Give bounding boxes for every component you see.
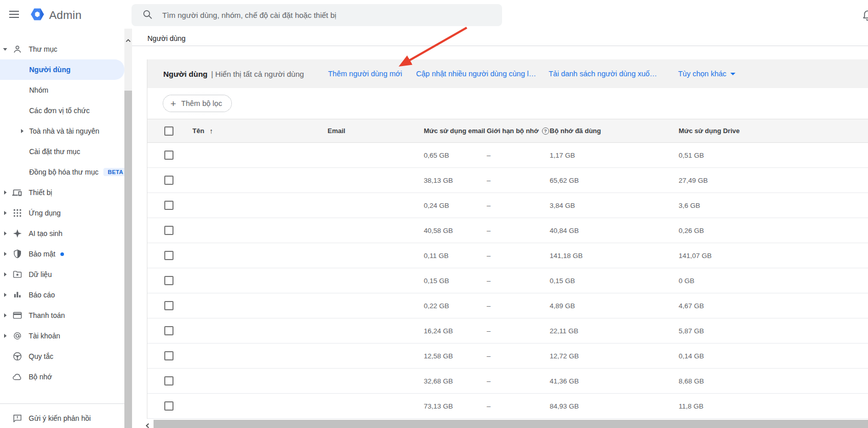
storage-limit-cell: – — [487, 344, 491, 368]
sidebar-item-label: Cài đặt thư mục — [29, 141, 80, 162]
sidebar-item-storage[interactable]: Bộ nhớ — [0, 367, 124, 387]
sidebar-item-reports[interactable]: Báo cáo — [0, 285, 124, 305]
column-label: Bộ nhớ đã dùng — [550, 127, 601, 135]
sidebar-item-directory[interactable]: Thư mục — [0, 39, 124, 59]
sidebar-item-label: Dữ liệu — [29, 264, 52, 285]
column-label: Tên — [192, 127, 204, 135]
scrollbar-left-arrow-icon[interactable] — [145, 421, 150, 428]
download-users-link[interactable]: Tải danh sách người dùng xuố… — [549, 59, 657, 88]
row-checkbox[interactable] — [164, 351, 173, 360]
row-checkbox[interactable] — [164, 176, 173, 185]
google-admin-logo[interactable]: Admin — [30, 7, 81, 24]
sidebar-item-billing[interactable]: Thanh toán — [0, 305, 124, 326]
email-usage-cell: 12,58 GB — [424, 344, 453, 368]
table-row: 73,13 GB–84,93 GB11,8 GB — [147, 394, 868, 419]
sidebar-item-label: Đồng bộ hóa thư mụcBETA — [29, 162, 124, 182]
horizontal-scrollbar[interactable] — [132, 420, 868, 428]
row-checkbox[interactable] — [164, 301, 173, 310]
table-header: Tên ↑ Email Mức sử dụng email Giới hạn b… — [147, 119, 868, 143]
sidebar-item-send-feedback[interactable]: Gửi ý kiến phản hồi — [0, 408, 124, 428]
sidebar-item-account[interactable]: Tài khoản — [0, 326, 124, 346]
email-usage-cell: 40,58 GB — [424, 218, 453, 243]
chevron-right-icon[interactable] — [4, 190, 7, 195]
table-row: 0,15 GB–0,15 GB0 GB — [147, 268, 868, 293]
bulk-update-users-link[interactable]: Cập nhật nhiều người dùng cùng l… — [416, 59, 536, 88]
chevron-right-icon[interactable] — [4, 334, 7, 338]
shield-icon — [12, 249, 23, 259]
chevron-right-icon[interactable] — [4, 231, 7, 236]
sidebar-item-buildings-resources[interactable]: Toà nhà và tài nguyên — [0, 121, 124, 141]
email-usage-cell: 0,24 GB — [424, 193, 449, 218]
person-icon — [12, 44, 23, 54]
storage-limit-cell: – — [487, 218, 491, 243]
help-icon[interactable]: ? — [542, 127, 549, 135]
sidebar-item-org-units[interactable]: Các đơn vị tổ chức — [0, 100, 124, 121]
row-checkbox[interactable] — [164, 326, 173, 335]
table-row: 0,24 GB–3,84 GB3,6 GB — [147, 193, 868, 218]
add-new-user-link[interactable]: Thêm người dùng mới — [328, 59, 402, 88]
add-filter-button[interactable]: + Thêm bộ lọc — [163, 95, 232, 112]
drive-usage-cell: 0,51 GB — [679, 143, 704, 167]
chevron-right-icon[interactable] — [4, 313, 7, 317]
storage-used-cell: 65,62 GB — [550, 168, 579, 192]
storage-used-cell: 0,15 GB — [550, 268, 575, 293]
storage-used-cell: 84,93 GB — [550, 394, 579, 418]
sidebar-item-label: Ứng dụng — [29, 203, 61, 223]
more-options-button[interactable]: Tùy chọn khác — [678, 59, 735, 88]
table-row: 0,11 GB–141,18 GB141,07 GB — [147, 243, 868, 268]
sidebar-item-security[interactable]: Bảo mật — [0, 244, 124, 264]
row-checkbox[interactable] — [164, 226, 173, 235]
sidebar-item-rules[interactable]: Quy tắc — [0, 346, 124, 367]
sidebar-item-directory-settings[interactable]: Cài đặt thư mục — [0, 141, 124, 162]
notifications-bell-icon[interactable] — [861, 9, 868, 25]
chevron-right-icon[interactable] — [4, 211, 7, 215]
hamburger-menu-icon[interactable] — [9, 10, 21, 18]
sidebar-item-devices[interactable]: Thiết bị — [0, 182, 124, 203]
column-label: Email — [328, 127, 345, 135]
row-checkbox[interactable] — [164, 201, 173, 210]
chevron-right-icon[interactable] — [4, 293, 7, 297]
admin-logo-icon — [30, 7, 45, 24]
storage-used-cell: 141,18 GB — [550, 243, 583, 268]
horizontal-scrollbar-thumb[interactable] — [154, 420, 868, 428]
add-filter-label: Thêm bộ lọc — [181, 99, 222, 108]
sidebar-scrollbar-thumb[interactable] — [124, 91, 132, 428]
storage-limit-cell: – — [487, 143, 491, 167]
storage-limit-cell: – — [487, 243, 491, 268]
storage-used-cell: 4,89 GB — [550, 293, 575, 318]
email-usage-cell: 32,68 GB — [424, 369, 453, 393]
chevron-down-icon[interactable] — [3, 48, 7, 51]
row-checkbox[interactable] — [164, 251, 173, 260]
chevron-right-icon[interactable] — [21, 129, 24, 133]
sidebar-item-users[interactable]: Người dùng — [0, 59, 124, 80]
sidebar-item-directory-sync[interactable]: Đồng bộ hóa thư mụcBETA — [0, 162, 124, 182]
chevron-right-icon[interactable] — [4, 272, 7, 276]
users-card: Người dùng | Hiển thị tất cả người dùng … — [147, 59, 868, 419]
row-checkbox[interactable] — [164, 151, 173, 160]
column-header-email-usage: Mức sử dụng email — [424, 119, 485, 142]
row-checkbox[interactable] — [164, 376, 173, 386]
search-bar[interactable] — [132, 4, 502, 26]
beta-badge: BETA — [103, 168, 124, 176]
column-label: Mức sử dụng Drive — [679, 127, 740, 135]
row-checkbox[interactable] — [164, 276, 173, 285]
sidebar-item-apps[interactable]: Ứng dụng — [0, 203, 124, 223]
sidebar-item-data[interactable]: Dữ liệu — [0, 264, 124, 285]
sidebar-scrollbar[interactable] — [124, 29, 132, 428]
chevron-right-icon[interactable] — [4, 252, 7, 256]
sidebar-item-groups[interactable]: Nhóm — [0, 80, 124, 100]
filter-bar: + Thêm bộ lọc — [147, 88, 868, 119]
column-header-name[interactable]: Tên ↑ — [192, 119, 213, 142]
scrollbar-up-arrow-icon[interactable] — [125, 36, 132, 45]
select-all-checkbox[interactable] — [164, 126, 173, 136]
search-input[interactable] — [162, 11, 494, 19]
storage-used-cell: 22,11 GB — [550, 318, 578, 343]
row-checkbox[interactable] — [164, 401, 173, 411]
table-row: 16,24 GB–22,11 GB5,87 GB — [147, 318, 868, 344]
sidebar-item-gen-ai[interactable]: AI tạo sinh — [0, 223, 124, 244]
storage-used-cell: 12,72 GB — [550, 344, 579, 368]
email-usage-cell: 73,13 GB — [424, 394, 453, 418]
column-label: Mức sử dụng email — [424, 127, 485, 135]
sidebar-item-label: Bộ nhớ — [29, 367, 52, 387]
drive-usage-cell: 0,14 GB — [679, 344, 704, 368]
